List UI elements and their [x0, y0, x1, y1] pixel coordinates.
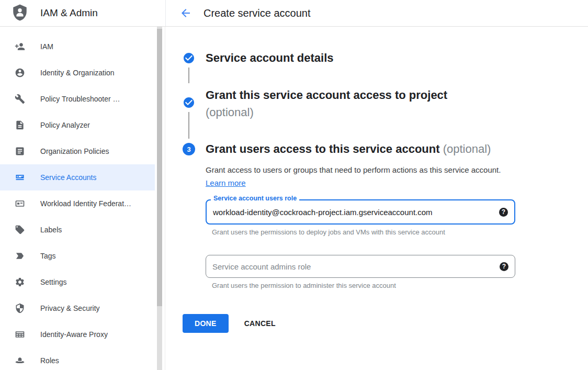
form-actions: DONE CANCEL — [183, 314, 588, 333]
service-account-users-role-field: Service account users role ? Grant users… — [206, 199, 515, 236]
iam-shield-logo-icon — [11, 4, 29, 23]
step-1-rail — [183, 51, 195, 86]
sidebar-scrollbar-thumb[interactable] — [157, 29, 162, 306]
sidebar-nav: IAM Identity & Organization Policy Troub… — [0, 27, 155, 370]
sidebar-item-label: Organization Policies — [40, 147, 109, 155]
sidebar-item-label: Policy Troubleshooter … — [40, 95, 120, 103]
admins-role-help-icon[interactable]: ? — [500, 262, 508, 271]
learn-more-link[interactable]: Learn more — [206, 178, 246, 187]
users-role-input[interactable] — [213, 208, 499, 217]
users-role-input-box: ? — [206, 199, 515, 225]
step-1-title: Service account details — [206, 51, 588, 65]
sidebar-item-settings[interactable]: Settings — [0, 269, 155, 295]
step-1-service-account-details: Service account details — [183, 51, 588, 86]
cancel-button[interactable]: CANCEL — [244, 319, 276, 328]
gcp-console: IAM & Admin Create service account IAM I… — [0, 0, 588, 370]
top-bar: IAM & Admin Create service account — [0, 0, 588, 27]
proxy-icon — [15, 329, 25, 340]
account-circle-icon — [15, 68, 25, 78]
person-add-icon — [15, 41, 25, 52]
users-role-helper-text: Grant users the permissions to deploy jo… — [212, 228, 515, 236]
step-3-title: Grant users access to this service accou… — [206, 142, 588, 156]
done-button[interactable]: DONE — [183, 314, 229, 333]
sidebar-item-labels[interactable]: Labels — [0, 217, 155, 243]
sidebar-item-label: Identity & Organization — [40, 69, 115, 77]
service-accounts-icon — [15, 172, 25, 183]
sidebar-item-label: Privacy & Security — [40, 304, 100, 312]
gear-icon — [15, 277, 25, 287]
sidebar-item-identity-aware-proxy[interactable]: Identity-Aware Proxy — [0, 321, 155, 347]
sidebar-item-label: Roles — [40, 356, 59, 365]
page-title: Create service account — [203, 7, 311, 19]
card-icon — [15, 198, 25, 209]
sidebar-item-label: IAM — [40, 42, 53, 51]
sidebar-item-label: Workload Identity Federat… — [40, 199, 131, 208]
sidebar-item-tags[interactable]: Tags — [0, 243, 155, 269]
admins-role-input-box: ? — [206, 255, 515, 278]
label-icon — [15, 225, 25, 235]
step-3-optional-label: (optional) — [443, 142, 491, 155]
sidebar-item-service-accounts[interactable]: Service Accounts — [0, 164, 155, 190]
sidebar-item-label: Tags — [40, 252, 56, 260]
step-2-title: Grant this service account access to pro… — [206, 86, 519, 104]
step-connector-line — [188, 112, 189, 139]
sidebar-scrollbar-track[interactable] — [157, 27, 162, 370]
sidebar-item-label: Policy Analyzer — [40, 121, 90, 129]
document-icon — [15, 146, 25, 156]
sidebar-item-organization-policies[interactable]: Organization Policies — [0, 138, 155, 164]
create-service-account-form: Service account details Grant this servi… — [165, 27, 588, 370]
admins-role-input[interactable] — [212, 262, 500, 271]
sidebar-item-label: Service Accounts — [40, 173, 96, 182]
sidebar-item-label: Labels — [40, 226, 62, 234]
step-3-rail: 3 — [183, 142, 195, 289]
step-3-description: Grant access to users or groups that nee… — [206, 163, 501, 189]
content-area: IAM Identity & Organization Policy Troub… — [0, 27, 588, 370]
roles-icon — [15, 355, 25, 366]
product-header: IAM & Admin — [0, 0, 165, 26]
step-connector-line — [188, 68, 189, 83]
wrench-icon — [15, 94, 25, 104]
step-3-number-badge: 3 — [183, 143, 195, 155]
sidebar-wrap: IAM Identity & Organization Policy Troub… — [0, 27, 165, 370]
sidebar-item-identity-organization[interactable]: Identity & Organization — [0, 60, 155, 86]
description-text: Grant access to users or groups that nee… — [206, 165, 501, 174]
sidebar-item-roles[interactable]: Roles — [0, 347, 155, 370]
sidebar-item-workload-identity-federation[interactable]: Workload Identity Federat… — [0, 190, 155, 217]
product-title: IAM & Admin — [40, 7, 98, 19]
users-role-floating-label: Service account users role — [211, 195, 299, 202]
tag-icon — [15, 251, 25, 261]
sidebar-item-label: Identity-Aware Proxy — [40, 330, 108, 339]
step-2-optional-label: (optional) — [206, 104, 588, 121]
sidebar-item-policy-troubleshooter[interactable]: Policy Troubleshooter … — [0, 86, 155, 112]
users-role-help-icon[interactable]: ? — [499, 208, 508, 217]
step-2-rail — [183, 86, 195, 142]
step-3-title-text: Grant users access to this service accou… — [206, 142, 440, 155]
admins-role-helper-text: Grant users the permission to administer… — [212, 282, 515, 289]
back-arrow-icon[interactable] — [178, 6, 193, 20]
step-2-grant-access-to-project: Grant this service account access to pro… — [183, 86, 588, 142]
sidebar-item-policy-analyzer[interactable]: Policy Analyzer — [0, 112, 155, 138]
sidebar-item-label: Settings — [40, 278, 67, 286]
page-header: Create service account — [165, 0, 588, 26]
shield-icon — [15, 303, 25, 313]
sidebar-item-privacy-security[interactable]: Privacy & Security — [0, 295, 155, 321]
step-2-completed-check-icon — [183, 96, 195, 109]
sidebar-item-iam[interactable]: IAM — [0, 33, 155, 60]
step-1-completed-check-icon — [183, 52, 195, 64]
policy-analyzer-icon — [15, 120, 25, 130]
step-3-grant-users-access: 3 Grant users access to this service acc… — [183, 142, 588, 289]
service-account-admins-role-field: ? Grant users the permission to administ… — [206, 255, 515, 289]
